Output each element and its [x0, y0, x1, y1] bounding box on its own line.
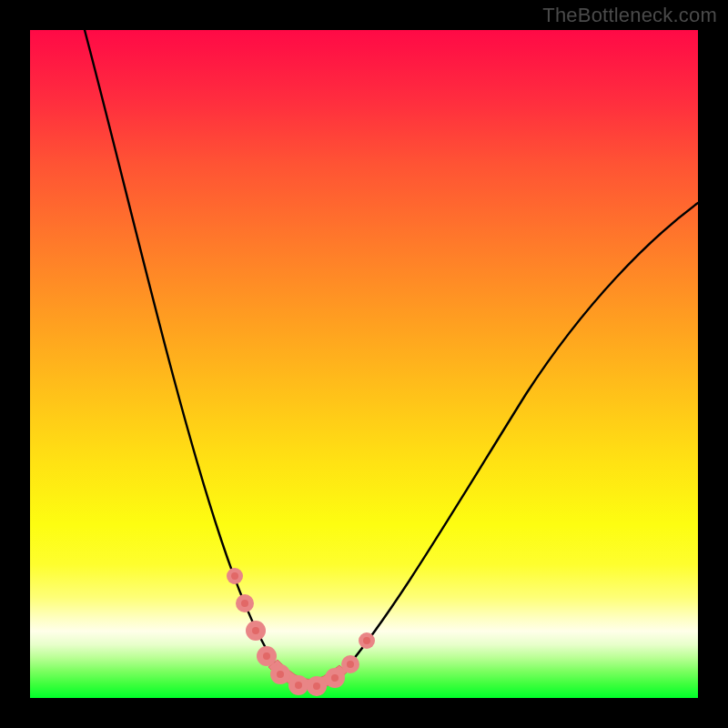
svg-point-3 [241, 600, 248, 607]
svg-point-9 [277, 671, 284, 678]
curve-right-branch [312, 203, 698, 689]
chart-frame: TheBottleneck.com [0, 0, 728, 728]
chart-svg [30, 30, 698, 698]
watermark-text: TheBottleneck.com [542, 4, 717, 27]
svg-point-1 [231, 572, 238, 580]
svg-point-17 [347, 661, 354, 668]
svg-point-13 [313, 682, 320, 690]
svg-point-19 [363, 637, 370, 644]
marker-cluster [227, 568, 375, 696]
svg-point-7 [263, 652, 270, 660]
svg-point-15 [331, 674, 339, 682]
plot-area [30, 30, 698, 698]
svg-point-11 [295, 682, 302, 689]
curve-left-branch [85, 30, 312, 689]
svg-point-5 [252, 627, 259, 634]
